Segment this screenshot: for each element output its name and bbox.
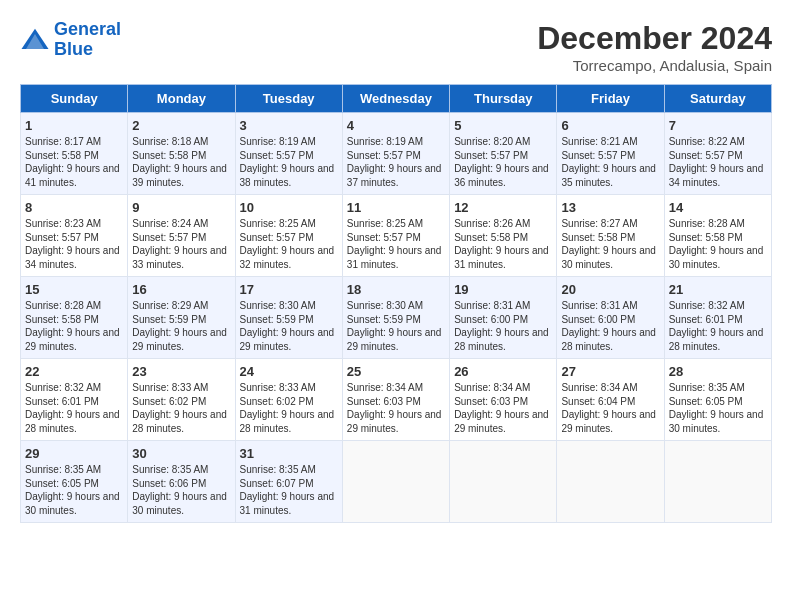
- day-number: 20: [561, 282, 659, 297]
- day-number: 14: [669, 200, 767, 215]
- month-title: December 2024: [537, 20, 772, 57]
- calendar-cell: 19 Sunrise: 8:31 AM Sunset: 6:00 PM Dayl…: [450, 277, 557, 359]
- calendar-cell: 17 Sunrise: 8:30 AM Sunset: 5:59 PM Dayl…: [235, 277, 342, 359]
- day-number: 7: [669, 118, 767, 133]
- calendar-cell: 3 Sunrise: 8:19 AM Sunset: 5:57 PM Dayli…: [235, 113, 342, 195]
- cell-details: Sunrise: 8:32 AM Sunset: 6:01 PM Dayligh…: [25, 381, 123, 435]
- week-row: 15 Sunrise: 8:28 AM Sunset: 5:58 PM Dayl…: [21, 277, 772, 359]
- day-number: 13: [561, 200, 659, 215]
- day-number: 29: [25, 446, 123, 461]
- cell-details: Sunrise: 8:28 AM Sunset: 5:58 PM Dayligh…: [25, 299, 123, 353]
- page-header: General Blue December 2024 Torrecampo, A…: [20, 20, 772, 74]
- day-number: 5: [454, 118, 552, 133]
- calendar-cell: 2 Sunrise: 8:18 AM Sunset: 5:58 PM Dayli…: [128, 113, 235, 195]
- calendar-cell: 5 Sunrise: 8:20 AM Sunset: 5:57 PM Dayli…: [450, 113, 557, 195]
- calendar-cell: 20 Sunrise: 8:31 AM Sunset: 6:00 PM Dayl…: [557, 277, 664, 359]
- cell-details: Sunrise: 8:34 AM Sunset: 6:03 PM Dayligh…: [347, 381, 445, 435]
- day-number: 3: [240, 118, 338, 133]
- cell-details: Sunrise: 8:35 AM Sunset: 6:07 PM Dayligh…: [240, 463, 338, 517]
- logo-line1: General: [54, 19, 121, 39]
- calendar-cell: 8 Sunrise: 8:23 AM Sunset: 5:57 PM Dayli…: [21, 195, 128, 277]
- day-number: 10: [240, 200, 338, 215]
- calendar-cell: 23 Sunrise: 8:33 AM Sunset: 6:02 PM Dayl…: [128, 359, 235, 441]
- calendar-cell: 24 Sunrise: 8:33 AM Sunset: 6:02 PM Dayl…: [235, 359, 342, 441]
- calendar-cell: 22 Sunrise: 8:32 AM Sunset: 6:01 PM Dayl…: [21, 359, 128, 441]
- calendar-cell: [342, 441, 449, 523]
- calendar-cell: 14 Sunrise: 8:28 AM Sunset: 5:58 PM Dayl…: [664, 195, 771, 277]
- logo-icon: [20, 25, 50, 55]
- cell-details: Sunrise: 8:33 AM Sunset: 6:02 PM Dayligh…: [240, 381, 338, 435]
- day-number: 21: [669, 282, 767, 297]
- header-cell-thursday: Thursday: [450, 85, 557, 113]
- cell-details: Sunrise: 8:19 AM Sunset: 5:57 PM Dayligh…: [347, 135, 445, 189]
- day-number: 12: [454, 200, 552, 215]
- cell-details: Sunrise: 8:30 AM Sunset: 5:59 PM Dayligh…: [240, 299, 338, 353]
- calendar-body: 1 Sunrise: 8:17 AM Sunset: 5:58 PM Dayli…: [21, 113, 772, 523]
- logo: General Blue: [20, 20, 121, 60]
- cell-details: Sunrise: 8:29 AM Sunset: 5:59 PM Dayligh…: [132, 299, 230, 353]
- calendar-cell: 4 Sunrise: 8:19 AM Sunset: 5:57 PM Dayli…: [342, 113, 449, 195]
- day-number: 26: [454, 364, 552, 379]
- day-number: 24: [240, 364, 338, 379]
- cell-details: Sunrise: 8:17 AM Sunset: 5:58 PM Dayligh…: [25, 135, 123, 189]
- logo-line2: Blue: [54, 39, 93, 59]
- cell-details: Sunrise: 8:24 AM Sunset: 5:57 PM Dayligh…: [132, 217, 230, 271]
- cell-details: Sunrise: 8:20 AM Sunset: 5:57 PM Dayligh…: [454, 135, 552, 189]
- day-number: 16: [132, 282, 230, 297]
- calendar-cell: [450, 441, 557, 523]
- day-number: 2: [132, 118, 230, 133]
- week-row: 8 Sunrise: 8:23 AM Sunset: 5:57 PM Dayli…: [21, 195, 772, 277]
- calendar-cell: 26 Sunrise: 8:34 AM Sunset: 6:03 PM Dayl…: [450, 359, 557, 441]
- day-number: 6: [561, 118, 659, 133]
- week-row: 29 Sunrise: 8:35 AM Sunset: 6:05 PM Dayl…: [21, 441, 772, 523]
- cell-details: Sunrise: 8:35 AM Sunset: 6:05 PM Dayligh…: [669, 381, 767, 435]
- calendar-cell: 6 Sunrise: 8:21 AM Sunset: 5:57 PM Dayli…: [557, 113, 664, 195]
- header-row: SundayMondayTuesdayWednesdayThursdayFrid…: [21, 85, 772, 113]
- calendar-cell: 21 Sunrise: 8:32 AM Sunset: 6:01 PM Dayl…: [664, 277, 771, 359]
- day-number: 28: [669, 364, 767, 379]
- calendar-cell: 9 Sunrise: 8:24 AM Sunset: 5:57 PM Dayli…: [128, 195, 235, 277]
- calendar-cell: 18 Sunrise: 8:30 AM Sunset: 5:59 PM Dayl…: [342, 277, 449, 359]
- calendar-cell: 27 Sunrise: 8:34 AM Sunset: 6:04 PM Dayl…: [557, 359, 664, 441]
- calendar-table: SundayMondayTuesdayWednesdayThursdayFrid…: [20, 84, 772, 523]
- cell-details: Sunrise: 8:25 AM Sunset: 5:57 PM Dayligh…: [347, 217, 445, 271]
- calendar-cell: 25 Sunrise: 8:34 AM Sunset: 6:03 PM Dayl…: [342, 359, 449, 441]
- cell-details: Sunrise: 8:32 AM Sunset: 6:01 PM Dayligh…: [669, 299, 767, 353]
- header-cell-saturday: Saturday: [664, 85, 771, 113]
- calendar-header: SundayMondayTuesdayWednesdayThursdayFrid…: [21, 85, 772, 113]
- cell-details: Sunrise: 8:33 AM Sunset: 6:02 PM Dayligh…: [132, 381, 230, 435]
- week-row: 1 Sunrise: 8:17 AM Sunset: 5:58 PM Dayli…: [21, 113, 772, 195]
- cell-details: Sunrise: 8:27 AM Sunset: 5:58 PM Dayligh…: [561, 217, 659, 271]
- week-row: 22 Sunrise: 8:32 AM Sunset: 6:01 PM Dayl…: [21, 359, 772, 441]
- calendar-cell: 1 Sunrise: 8:17 AM Sunset: 5:58 PM Dayli…: [21, 113, 128, 195]
- header-cell-wednesday: Wednesday: [342, 85, 449, 113]
- logo-text: General Blue: [54, 20, 121, 60]
- cell-details: Sunrise: 8:35 AM Sunset: 6:05 PM Dayligh…: [25, 463, 123, 517]
- cell-details: Sunrise: 8:31 AM Sunset: 6:00 PM Dayligh…: [561, 299, 659, 353]
- cell-details: Sunrise: 8:18 AM Sunset: 5:58 PM Dayligh…: [132, 135, 230, 189]
- calendar-cell: [664, 441, 771, 523]
- day-number: 17: [240, 282, 338, 297]
- day-number: 18: [347, 282, 445, 297]
- cell-details: Sunrise: 8:23 AM Sunset: 5:57 PM Dayligh…: [25, 217, 123, 271]
- cell-details: Sunrise: 8:28 AM Sunset: 5:58 PM Dayligh…: [669, 217, 767, 271]
- day-number: 1: [25, 118, 123, 133]
- cell-details: Sunrise: 8:21 AM Sunset: 5:57 PM Dayligh…: [561, 135, 659, 189]
- cell-details: Sunrise: 8:35 AM Sunset: 6:06 PM Dayligh…: [132, 463, 230, 517]
- day-number: 22: [25, 364, 123, 379]
- day-number: 11: [347, 200, 445, 215]
- header-cell-sunday: Sunday: [21, 85, 128, 113]
- calendar-cell: 11 Sunrise: 8:25 AM Sunset: 5:57 PM Dayl…: [342, 195, 449, 277]
- calendar-cell: 29 Sunrise: 8:35 AM Sunset: 6:05 PM Dayl…: [21, 441, 128, 523]
- title-block: December 2024 Torrecampo, Andalusia, Spa…: [537, 20, 772, 74]
- header-cell-monday: Monday: [128, 85, 235, 113]
- calendar-cell: 31 Sunrise: 8:35 AM Sunset: 6:07 PM Dayl…: [235, 441, 342, 523]
- calendar-cell: 15 Sunrise: 8:28 AM Sunset: 5:58 PM Dayl…: [21, 277, 128, 359]
- cell-details: Sunrise: 8:31 AM Sunset: 6:00 PM Dayligh…: [454, 299, 552, 353]
- calendar-cell: 12 Sunrise: 8:26 AM Sunset: 5:58 PM Dayl…: [450, 195, 557, 277]
- calendar-cell: 30 Sunrise: 8:35 AM Sunset: 6:06 PM Dayl…: [128, 441, 235, 523]
- cell-details: Sunrise: 8:25 AM Sunset: 5:57 PM Dayligh…: [240, 217, 338, 271]
- calendar-cell: 16 Sunrise: 8:29 AM Sunset: 5:59 PM Dayl…: [128, 277, 235, 359]
- calendar-cell: 13 Sunrise: 8:27 AM Sunset: 5:58 PM Dayl…: [557, 195, 664, 277]
- day-number: 19: [454, 282, 552, 297]
